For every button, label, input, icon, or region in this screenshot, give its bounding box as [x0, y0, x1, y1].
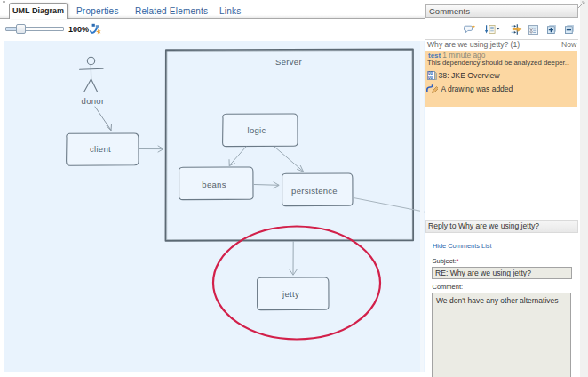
svg-text:persistence: persistence — [291, 186, 338, 196]
svg-text:00: 00 — [428, 76, 433, 80]
svg-text:logic: logic — [247, 125, 266, 135]
svg-text:jetty: jetty — [282, 289, 299, 299]
svg-text:beans: beans — [202, 180, 226, 189]
svg-text:Server: Server — [275, 57, 302, 67]
svg-text:donor: donor — [82, 96, 105, 106]
svg-text:client: client — [90, 144, 111, 154]
